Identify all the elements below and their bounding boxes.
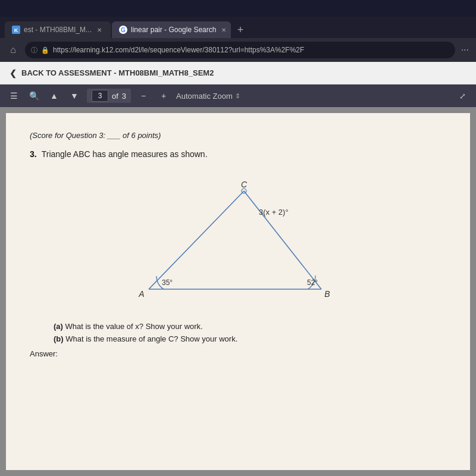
back-bar[interactable]: ❮ BACK TO ASSESSMENT - MTH08BMI_MATH8_SE… (0, 62, 476, 84)
pdf-zoom-in-button[interactable]: + (156, 88, 171, 104)
svg-text:3(x + 2)°: 3(x + 2)° (259, 208, 289, 217)
tab-favicon-2: G (119, 26, 127, 34)
pdf-page: (Score for Question 3: ___ of 6 points) … (6, 113, 470, 470)
tab-google-search[interactable]: G linear pair - Google Search ✕ (112, 21, 231, 38)
pdf-toolbar: ☰ 🔍 ▲ ▼ 3 of 3 − + Automatic Zoom ⇕ ⤢ (0, 84, 476, 107)
answer-label: Answer: (30, 349, 446, 358)
menu-dots-button[interactable]: ··· (459, 45, 471, 55)
pdf-fullscreen-button[interactable]: ⤢ (455, 88, 470, 104)
tab-close-1[interactable]: ✕ (95, 26, 104, 34)
tab-bar: K est - MTH08BMI_M... ✕ G linear pair - … (0, 17, 476, 38)
address-bar-row: ⌂ ⓘ 🔒 https://learning.k12.com/d2l/le/se… (0, 38, 476, 62)
pdf-content: (Score for Question 3: ___ of 6 points) … (0, 107, 476, 476)
pdf-of-label: of (112, 92, 118, 101)
pdf-sidebar-button[interactable]: ☰ (6, 88, 21, 104)
part-a-label: (a) (54, 322, 63, 331)
tab-assessment[interactable]: K est - MTH08BMI_M... ✕ (5, 21, 111, 38)
tab-google-label: linear pair - Google Search (131, 26, 216, 34)
svg-line-6 (244, 191, 321, 289)
pdf-page-total: 3 (122, 92, 126, 101)
back-bar-text: BACK TO ASSESSMENT - MTH08BMI_MATH8_SEM2 (21, 68, 214, 77)
tab-close-2[interactable]: ✕ (220, 26, 228, 34)
new-tab-button[interactable]: + (232, 21, 249, 38)
tab-assessment-label: est - MTH08BMI_M... (24, 26, 92, 34)
triangle-svg: C A B 35° 52° 3(x + 2)° (131, 179, 345, 310)
pdf-zoom-out-button[interactable]: − (136, 88, 151, 104)
part-b-line: (b) What is the measure of angle C? Show… (54, 334, 446, 343)
parts-container: (a) What is the value of x? Show your wo… (30, 322, 446, 343)
triangle-container: C A B 35° 52° 3(x + 2)° (30, 179, 446, 310)
question-text: Triangle ABC has angle measures as shown… (42, 149, 208, 159)
os-bar (0, 0, 476, 17)
pdf-zoom-arrow: ⇕ (235, 92, 240, 100)
svg-text:K: K (14, 27, 18, 33)
svg-text:C: C (241, 180, 248, 189)
svg-text:52°: 52° (307, 278, 318, 287)
part-b-text: What is the measure of angle C? Show you… (65, 334, 237, 343)
svg-text:35°: 35° (162, 278, 173, 287)
pdf-zoom-label: Automatic Zoom (176, 92, 233, 101)
pdf-page-current[interactable]: 3 (92, 90, 108, 102)
svg-text:A: A (138, 289, 144, 299)
svg-text:B: B (324, 289, 330, 299)
svg-text:G: G (121, 27, 126, 33)
pdf-next-button[interactable]: ▼ (67, 88, 82, 104)
home-icon: ⌂ (10, 45, 16, 55)
part-a-line: (a) What is the value of x? Show your wo… (54, 322, 446, 331)
url-text: https://learning.k12.com/d2l/le/sequence… (53, 46, 449, 54)
home-button[interactable]: ⌂ (5, 42, 21, 58)
pdf-page-indicator: 3 of 3 (87, 89, 131, 103)
pdf-prev-button[interactable]: ▲ (46, 88, 62, 104)
lock-icon: 🔒 (41, 46, 49, 54)
tab-favicon-1: K (12, 26, 20, 34)
address-field[interactable]: ⓘ 🔒 https://learning.k12.com/d2l/le/sequ… (25, 42, 455, 58)
back-arrow-icon: ❮ (10, 68, 17, 78)
browser-chrome: K est - MTH08BMI_M... ✕ G linear pair - … (0, 17, 476, 62)
info-icon: ⓘ (31, 46, 37, 55)
pdf-search-button[interactable]: 🔍 (26, 88, 42, 104)
score-line: (Score for Question 3: ___ of 6 points) (30, 131, 446, 140)
pdf-zoom-area: Automatic Zoom ⇕ (176, 92, 240, 101)
part-b-label: (b) (54, 334, 64, 343)
svg-line-5 (149, 191, 244, 289)
part-a-text: What is the value of x? Show your work. (65, 322, 203, 331)
question-number: 3. (30, 149, 37, 173)
